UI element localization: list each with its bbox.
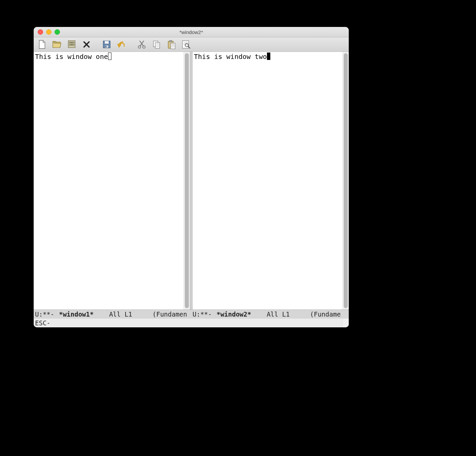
- copy-icon: [151, 39, 162, 50]
- right-text: This is window two: [194, 53, 267, 61]
- right-modeline[interactable]: U:**- *window2* All L1 (Fundame: [191, 310, 349, 319]
- scrollbar-thumb[interactable]: [185, 53, 189, 308]
- undo-button[interactable]: [116, 39, 127, 50]
- cursor-hollow: [108, 53, 111, 60]
- copy-button[interactable]: [151, 39, 162, 50]
- modeline-mode: (Fundamen: [152, 311, 187, 318]
- scrollbar-thumb[interactable]: [344, 53, 348, 308]
- modeline-row: U:**- *window1* All L1 (Fundamen U:**- *…: [34, 310, 349, 319]
- svg-rect-6: [104, 41, 109, 44]
- new-file-icon: [37, 39, 47, 50]
- save-icon: [102, 39, 112, 50]
- new-file-button[interactable]: [36, 39, 48, 50]
- modeline-mode: (Fundame: [310, 311, 341, 318]
- cursor-solid: [267, 53, 270, 60]
- open-file-button[interactable]: [51, 39, 63, 50]
- svg-rect-4: [71, 44, 73, 45]
- paste-button[interactable]: [166, 39, 177, 50]
- modeline-buffer-name: *window2*: [216, 311, 251, 318]
- dired-button[interactable]: [66, 39, 77, 50]
- search-icon: [181, 39, 191, 50]
- close-buffer-button[interactable]: [81, 39, 92, 50]
- minibuffer-scrollbar: [342, 319, 349, 327]
- close-window-button[interactable]: [38, 29, 43, 35]
- left-scrollbar[interactable]: [183, 52, 190, 310]
- undo-icon: [116, 39, 127, 50]
- modeline-position: All L1: [267, 311, 290, 318]
- svg-rect-7: [105, 45, 108, 48]
- cut-icon: [137, 39, 147, 50]
- search-button[interactable]: [180, 39, 192, 50]
- minimize-window-button[interactable]: [46, 29, 52, 35]
- modeline-buffer-name: *window1*: [59, 311, 94, 318]
- modeline-position: All L1: [109, 311, 132, 318]
- left-pane[interactable]: This is window one: [34, 52, 190, 310]
- modeline-status: U:**-: [35, 311, 54, 318]
- right-pane[interactable]: This is window two: [193, 52, 349, 310]
- right-buffer[interactable]: This is window two: [193, 52, 342, 310]
- cut-button[interactable]: [136, 39, 147, 50]
- minibuffer-text: ESC-: [35, 319, 50, 327]
- traffic-lights: [38, 29, 60, 35]
- paste-icon: [166, 39, 176, 50]
- open-folder-icon: [52, 39, 62, 50]
- right-scrollbar[interactable]: [342, 52, 349, 310]
- svg-rect-8: [105, 46, 106, 47]
- zoom-window-button[interactable]: [55, 29, 60, 35]
- left-buffer[interactable]: This is window one: [34, 52, 183, 310]
- drawer-icon: [67, 39, 77, 50]
- toolbar: [34, 37, 349, 52]
- close-x-icon: [81, 39, 92, 50]
- svg-rect-15: [171, 43, 175, 49]
- modeline-status: U:**-: [193, 311, 212, 318]
- svg-rect-12: [155, 42, 160, 48]
- svg-rect-3: [71, 42, 73, 43]
- pane-divider[interactable]: [190, 52, 193, 310]
- left-modeline[interactable]: U:**- *window1* All L1 (Fundamen: [34, 310, 191, 319]
- window-title: *window2*: [34, 29, 349, 35]
- app-window: *window2*: [34, 27, 349, 327]
- titlebar[interactable]: *window2*: [34, 27, 349, 37]
- save-button[interactable]: [101, 39, 112, 50]
- svg-rect-14: [169, 40, 172, 42]
- minibuffer[interactable]: ESC-: [34, 319, 349, 327]
- left-text: This is window one: [35, 53, 108, 61]
- editor-area: This is window one This is window two: [34, 52, 349, 310]
